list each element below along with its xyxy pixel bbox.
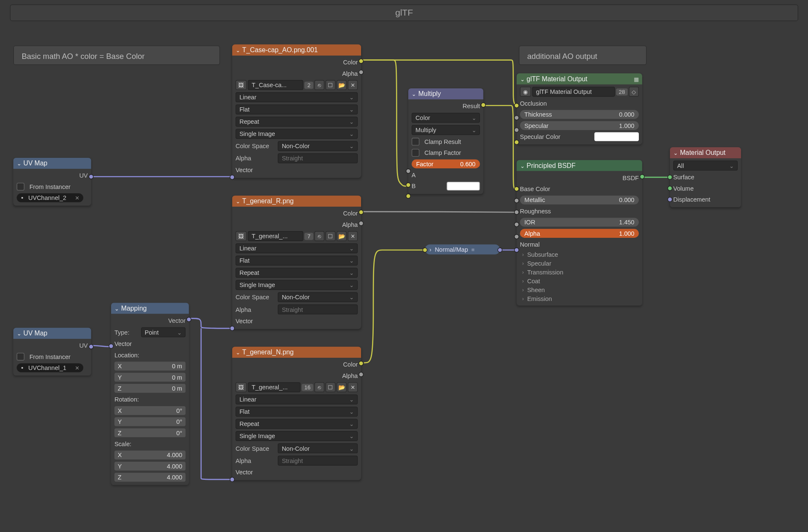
socket-normalmap-out[interactable] <box>497 247 502 253</box>
close-icon[interactable]: ✕ <box>75 365 80 371</box>
alpha-slider[interactable]: Alpha1.000 <box>520 229 639 238</box>
socket-ior-in[interactable] <box>514 222 519 227</box>
node-header[interactable]: ⌄Multiply <box>408 88 483 99</box>
socket-color-out[interactable] <box>359 361 364 366</box>
colorspace-select[interactable]: Non-Color <box>278 443 358 453</box>
ext-select[interactable]: Repeat <box>236 268 358 278</box>
loc-z[interactable]: Z0 m <box>114 384 186 393</box>
socket-specular-in[interactable] <box>514 128 519 133</box>
uv-channel-tag[interactable]: • UVChannel_1 ✕ <box>17 363 84 372</box>
socket-result-out[interactable] <box>481 103 486 108</box>
socket-alpha-in[interactable] <box>514 234 519 239</box>
scale-z[interactable]: Z4.000 <box>114 473 186 481</box>
new-image-icon[interactable]: ☐ <box>326 80 336 90</box>
shield-icon[interactable]: ◇ <box>629 87 639 97</box>
open-image-icon[interactable]: 📂 <box>337 231 347 241</box>
unlink-icon[interactable]: ⎋ <box>314 80 324 90</box>
colorspace-select[interactable]: Non-Color <box>278 292 358 302</box>
type-select[interactable]: Point <box>141 327 186 337</box>
open-image-icon[interactable]: 📂 <box>337 80 347 90</box>
ext-select[interactable]: Repeat <box>236 419 358 429</box>
node-header[interactable]: ⌄T_Case-cap_AO.png.001 <box>232 45 361 56</box>
socket-vector-out[interactable] <box>186 317 191 322</box>
interp-select[interactable]: Linear <box>236 394 358 404</box>
panel-sheen[interactable]: ›Sheen <box>517 285 642 294</box>
remove-icon[interactable]: ✕ <box>348 80 358 90</box>
image-browse-icon[interactable]: 🖼 <box>236 80 247 90</box>
factor-slider[interactable]: Factor0.600 <box>412 160 480 168</box>
rot-z[interactable]: Z0° <box>114 428 186 437</box>
blend-mode-select[interactable]: Multiply <box>412 125 480 135</box>
nodegroup-name[interactable]: glTF Material Output <box>532 87 615 97</box>
image-name[interactable]: T_Case-ca... <box>248 80 304 90</box>
socket-surface-in[interactable] <box>667 175 672 180</box>
rot-y[interactable]: Y0° <box>114 417 186 426</box>
socket-alpha-out[interactable] <box>359 70 364 75</box>
remove-icon[interactable]: ✕ <box>348 231 358 241</box>
ext-select[interactable]: Repeat <box>236 117 358 127</box>
socket-normalmap-in[interactable] <box>423 247 428 253</box>
image-browse-icon[interactable]: 🖼 <box>236 231 247 241</box>
socket-displacement-in[interactable] <box>667 197 672 202</box>
new-image-icon[interactable]: ☐ <box>326 382 336 392</box>
socket-uv-out[interactable] <box>89 344 94 349</box>
thickness-slider[interactable]: Thickness0.000 <box>520 110 639 119</box>
from-instancer-checkbox[interactable] <box>17 353 24 360</box>
source-select[interactable]: Single Image <box>236 129 358 139</box>
image-name[interactable]: T_general_... <box>248 382 300 392</box>
node-header[interactable]: ⌄T_general_N.png <box>232 347 361 358</box>
panel-subsurface[interactable]: ›Subsurface <box>517 250 642 259</box>
node-uvmap-2[interactable]: ⌄ UV Map UV From Instancer • UVChannel_1… <box>13 328 91 376</box>
clamp-result-checkbox[interactable] <box>412 138 419 145</box>
node-header[interactable]: ⌄Material Output <box>670 147 741 158</box>
socket-thickness-in[interactable] <box>514 115 519 120</box>
socket-factor-in[interactable] <box>406 169 411 174</box>
unlink-icon[interactable]: ⎋ <box>314 231 324 241</box>
users-count[interactable]: 2 <box>305 81 314 88</box>
node-uvmap-1[interactable]: ⌄ UV Map UV From Instancer • UVChannel_2… <box>13 158 91 206</box>
specular-slider[interactable]: Specular1.000 <box>520 121 639 130</box>
interp-select[interactable]: Linear <box>236 92 358 102</box>
socket-metallic-in[interactable] <box>514 198 519 203</box>
node-texture-ao[interactable]: ⌄T_Case-cap_AO.png.001 Color Alpha 🖼 T_C… <box>232 45 361 178</box>
colorspace-select[interactable]: Non-Color <box>278 141 358 151</box>
node-principled-bsdf[interactable]: ⌄Principled BSDF BSDF Base Color Metalli… <box>517 160 642 306</box>
proj-select[interactable]: Flat <box>236 104 358 114</box>
node-texture-r[interactable]: ⌄T_general_R.png Color Alpha 🖼 T_general… <box>232 196 361 329</box>
socket-vector-in[interactable] <box>230 175 235 180</box>
socket-vector-in[interactable] <box>230 477 235 482</box>
proj-select[interactable]: Flat <box>236 407 358 417</box>
image-name[interactable]: T_general_... <box>248 231 304 241</box>
proj-select[interactable]: Flat <box>236 255 358 266</box>
node-header[interactable]: ⌄ UV Map <box>13 158 91 169</box>
node-material-output[interactable]: ⌄Material Output All Surface Volume Disp… <box>670 147 741 207</box>
blend-type-select[interactable]: Color <box>412 113 480 123</box>
socket-roughness-in[interactable] <box>514 210 519 215</box>
scale-x[interactable]: X4.000 <box>114 451 186 460</box>
unlink-icon[interactable]: ⎋ <box>314 382 324 392</box>
interp-select[interactable]: Linear <box>236 243 358 253</box>
panel-emission[interactable]: ›Emission <box>517 295 642 303</box>
socket-alpha-out[interactable] <box>359 372 364 377</box>
socket-occlusion-in[interactable] <box>514 103 519 108</box>
close-icon[interactable]: ✕ <box>75 195 80 201</box>
new-image-icon[interactable]: ☐ <box>326 231 336 241</box>
users-count[interactable]: 7 <box>305 232 314 239</box>
clamp-factor-checkbox[interactable] <box>412 149 419 157</box>
image-browse-icon[interactable]: 🖼 <box>236 382 247 392</box>
node-header[interactable]: ⌄glTF Material Output▦ <box>517 73 642 84</box>
from-instancer-checkbox[interactable] <box>17 183 24 190</box>
ior-slider[interactable]: IOR1.450 <box>520 218 639 226</box>
socket-normal-in[interactable] <box>514 247 519 253</box>
scale-y[interactable]: Y4.000 <box>114 462 186 471</box>
socket-vector-in[interactable] <box>109 343 114 348</box>
socket-color-out[interactable] <box>359 210 364 215</box>
socket-spec-color-in[interactable] <box>514 140 519 145</box>
node-gltf-output[interactable]: ⌄glTF Material Output▦ ◉ glTF Material O… <box>517 73 642 144</box>
metallic-slider[interactable]: Metallic0.000 <box>520 196 639 205</box>
socket-a-in[interactable] <box>406 183 411 188</box>
specular-color-swatch[interactable] <box>594 132 639 141</box>
node-header[interactable]: ⌄Principled BSDF <box>517 160 642 171</box>
rot-x[interactable]: X0° <box>114 406 186 415</box>
socket-volume-in[interactable] <box>667 186 672 191</box>
